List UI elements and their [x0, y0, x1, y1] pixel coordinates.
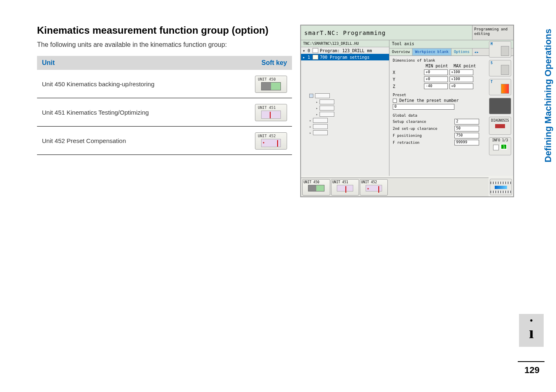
screen-softkey-450[interactable]: UNIT 450 [302, 179, 330, 196]
screen-mode: Programming and editing [472, 25, 513, 40]
unit-label: Unit 450 Kinematics backing-up/restoring [37, 70, 243, 98]
axis-x-label: X [393, 70, 422, 75]
dock-diagnosis-button[interactable]: DIAGNOSIS [489, 117, 511, 135]
softkey-icon [308, 185, 324, 191]
define-preset-checkbox[interactable] [393, 99, 397, 103]
screen-softkey-452[interactable]: UNIT 452 [360, 179, 388, 196]
setup-clearance-label: Setup clearance [393, 120, 454, 124]
tab-workpiece-blank[interactable]: Workpiece blank [412, 48, 451, 55]
dock-info-button[interactable]: INFO 1/3 1 [489, 137, 511, 155]
s-icon [501, 65, 509, 75]
softkey-unit-452[interactable]: UNIT 452 [255, 132, 287, 150]
table-row: Unit 452 Preset Compensation UNIT 452 [37, 127, 292, 155]
z-min-input[interactable]: -40 [424, 83, 448, 89]
info-page-icon [493, 145, 499, 150]
z-max-input[interactable]: +0 [449, 83, 473, 89]
screen-softkey-right[interactable] [490, 179, 512, 195]
screen-softkey-451[interactable]: UNIT 451 [331, 179, 359, 196]
tab-overview[interactable]: Overview [389, 48, 412, 55]
page-number: 129 [524, 365, 540, 376]
tree-row-program[interactable]: ▾ 0 Program: 123_DRILL mm [301, 47, 389, 54]
unit-label: Unit 451 Kinematics Testing/Optimizing [37, 98, 243, 127]
softkey-icon [261, 111, 281, 119]
m-icon [501, 46, 509, 56]
dimensions-label: Dimensions of blank [393, 58, 489, 62]
intro-text: The following units are available in the… [37, 41, 292, 48]
define-preset-label: Define the preset number [399, 98, 459, 103]
tree-label: 700 Program settings [320, 55, 369, 60]
y-min-input[interactable]: +0 [424, 76, 448, 82]
section-title: Kinematics measurement function group (o… [37, 25, 292, 36]
f-positioning-label: F positioning [393, 134, 454, 138]
file-path: TNC:\SMARTNC\123_DRILL.HU [301, 40, 389, 47]
softkey-icon [366, 185, 382, 191]
softkey-icon [261, 82, 281, 90]
setup-clearance-input[interactable]: 2 [454, 119, 479, 125]
preset-label: Preset [393, 93, 489, 97]
table-row: Unit 451 Kinematics Testing/Optimizing U… [37, 98, 292, 127]
dock-m-button[interactable]: M [489, 41, 511, 58]
axis-z-label: Z [393, 84, 422, 89]
dock-t-button[interactable]: T [489, 79, 511, 95]
unit-table: Unit Soft key Unit 450 Kinematics backin… [37, 56, 292, 155]
second-clearance-input[interactable]: 50 [454, 126, 479, 131]
side-heading: Defining Machining Operations [543, 29, 554, 162]
strip-icon [490, 191, 512, 193]
softkey-icon [337, 185, 353, 191]
softkey-label: UNIT 452 [256, 134, 286, 138]
col-unit: Unit [37, 56, 243, 70]
axis-y-label: Y [393, 77, 422, 82]
global-data-label: Global data [393, 113, 489, 118]
table-row: Unit 450 Kinematics backing-up/restoring… [37, 70, 292, 98]
settings-icon [313, 55, 318, 60]
x-max-input[interactable]: +100 [449, 69, 473, 75]
max-point-label: MAX point [454, 64, 477, 68]
y-max-input[interactable]: +100 [449, 76, 473, 82]
softkey-unit-450[interactable]: UNIT 450 [255, 76, 287, 93]
x-min-input[interactable]: +0 [424, 69, 448, 75]
second-clearance-label: 2nd set-up clearance [393, 127, 454, 131]
strip-icon [490, 182, 512, 184]
t-icon [501, 84, 509, 94]
bar-icon [495, 186, 507, 189]
softkey-unit-451[interactable]: UNIT 451 [255, 104, 287, 121]
f-retraction-label: F retraction [393, 141, 454, 145]
f-retraction-input[interactable]: 99999 [454, 140, 479, 145]
col-softkey: Soft key [243, 56, 292, 70]
tab-options[interactable]: Options [452, 48, 473, 55]
screen-title: smarT.NC: Programming [301, 25, 472, 40]
cnc-screenshot: smarT.NC: Programming Programming and ed… [300, 25, 514, 197]
program-icon [313, 48, 318, 53]
info-icon: ı [519, 314, 544, 347]
tree-label: Program: 123_DRILL mm [320, 48, 372, 53]
diagnosis-icon [495, 124, 505, 128]
softkey-label: UNIT 450 [256, 77, 286, 81]
tree-index: ▾ 0 [303, 48, 311, 53]
softkey-icon [261, 139, 281, 147]
softkey-label: UNIT 451 [256, 106, 286, 110]
preset-number-input[interactable]: 0 [393, 104, 454, 110]
f-positioning-input[interactable]: 750 [454, 133, 479, 138]
dock-blank [489, 98, 511, 114]
tree-placeholder: ▹ ▹ ▹ ▹ ▹ ▹ [301, 93, 389, 135]
tree-row-settings[interactable]: ▸ 1 700 Program settings [301, 54, 389, 60]
tree-index: ▸ 1 [303, 55, 311, 60]
info-number: 1 [500, 144, 507, 150]
tool-axis-label: Tool axis [392, 42, 414, 47]
unit-label: Unit 452 Preset Compensation [37, 127, 243, 155]
min-point-label: MIN point [426, 64, 449, 68]
tab-scroll-icon[interactable]: ◂▸ [473, 48, 481, 55]
dock-s-button[interactable]: S [489, 60, 511, 76]
